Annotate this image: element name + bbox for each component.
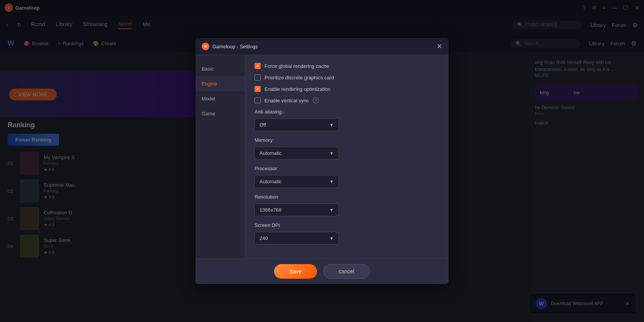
vsync-help-icon[interactable]: ? <box>313 97 319 104</box>
modal-header: G Gameloop - Settings ✕ <box>196 38 449 55</box>
sidebar-item-engine[interactable]: Engine <box>196 76 245 91</box>
settings-modal: G Gameloop - Settings ✕ Basic Engine Mod… <box>196 38 449 284</box>
modal-body: Basic Engine Model Game Force global ren… <box>196 55 449 258</box>
vsync-label: Enable vertical sync <box>264 98 309 104</box>
checkbox-row-discrete-gpu: Prioritize discrete graphics card <box>255 74 439 80</box>
force-cache-checkbox[interactable] <box>255 63 261 69</box>
resolution-label: Resolution <box>255 194 439 200</box>
processor-value: Automatic <box>260 179 329 184</box>
resolution-value: 1366x768 <box>260 207 329 213</box>
engine-settings-content: Force global rendering cache Prioritize … <box>245 55 449 258</box>
processor-arrow-icon: ▼ <box>329 179 334 184</box>
screen-dpi-label: Screen DPI <box>255 222 439 228</box>
processor-label: Processor: <box>255 166 439 171</box>
memory-value: Automatic <box>260 150 329 156</box>
sidebar-item-game[interactable]: Game <box>196 106 245 121</box>
memory-label: Memory: <box>255 137 439 143</box>
render-opt-checkbox[interactable] <box>255 86 261 92</box>
vsync-checkbox[interactable] <box>255 97 261 104</box>
render-opt-label: Enable rendering optimization <box>264 86 330 92</box>
screen-dpi-arrow-icon: ▼ <box>329 236 334 241</box>
screen-dpi-value: 240 <box>260 235 329 241</box>
discrete-gpu-checkbox[interactable] <box>255 74 261 80</box>
anti-aliasing-arrow-icon: ▼ <box>329 122 334 128</box>
resolution-dropdown[interactable]: 1366x768 ▼ <box>255 204 339 216</box>
checkbox-row-vsync: Enable vertical sync ? <box>255 97 439 104</box>
modal-title-text: Gameloop - Settings <box>212 44 258 49</box>
modal-close-button[interactable]: ✕ <box>437 43 442 50</box>
memory-arrow-icon: ▼ <box>329 151 334 156</box>
sidebar-item-model[interactable]: Model <box>196 91 245 106</box>
screen-dpi-dropdown[interactable]: 240 ▼ <box>255 232 339 245</box>
modal-logo-icon: G <box>202 43 209 50</box>
force-cache-label: Force global rendering cache <box>264 63 329 69</box>
anti-aliasing-value: Off <box>260 122 329 128</box>
cancel-button[interactable]: cancel <box>323 264 370 279</box>
checkbox-row-force-cache: Force global rendering cache <box>255 63 439 69</box>
memory-dropdown[interactable]: Automatic ▼ <box>255 147 339 159</box>
anti-aliasing-label: Anti-aliasing:: <box>255 109 439 115</box>
discrete-gpu-label: Prioritize discrete graphics card <box>264 75 334 80</box>
resolution-arrow-icon: ▼ <box>329 207 334 213</box>
save-button[interactable]: Save <box>274 264 317 279</box>
anti-aliasing-dropdown[interactable]: Off ▼ <box>255 118 339 131</box>
sidebar-item-basic[interactable]: Basic <box>196 61 245 76</box>
modal-overlay: G Gameloop - Settings ✕ Basic Engine Mod… <box>0 0 644 322</box>
checkbox-row-render-opt: Enable rendering optimization <box>255 86 439 92</box>
modal-footer: Save cancel <box>196 258 449 284</box>
modal-sidebar: Basic Engine Model Game <box>196 55 245 258</box>
modal-title: G Gameloop - Settings <box>202 43 258 50</box>
processor-dropdown[interactable]: Automatic ▼ <box>255 175 339 188</box>
